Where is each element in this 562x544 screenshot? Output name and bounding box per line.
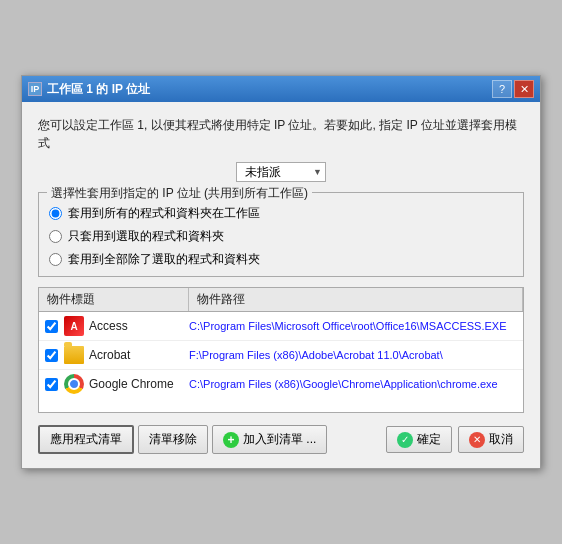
radio-label-3: 套用到全部除了選取的程式和資料夾 — [68, 251, 260, 268]
row-checkbox-1[interactable] — [39, 320, 63, 333]
radio-group-box: 選擇性套用到指定的 IP 位址 (共用到所有工作區) 套用到所有的程式和資料夾在… — [38, 192, 524, 277]
window-title: 工作區 1 的 IP 位址 — [47, 81, 150, 98]
row-path-acrobat: F:\Program Files (x86)\Adobe\Acrobat 11.… — [189, 349, 523, 361]
right-buttons: ✓ 確定 ✕ 取消 — [386, 426, 524, 453]
description-text: 您可以設定工作區 1, 以便其程式將使用特定 IP 位址。若要如此, 指定 IP… — [38, 116, 524, 152]
window-icon: IP — [28, 82, 42, 96]
title-bar-left: IP 工作區 1 的 IP 位址 — [28, 81, 150, 98]
checkbox-access[interactable] — [45, 320, 58, 333]
applications-table: 物件標題 物件路徑 A Access C:\Program Files\Micr… — [38, 287, 524, 413]
table-row: Google Chrome C:\Program Files (x86)\Goo… — [39, 370, 523, 398]
title-bar: IP 工作區 1 的 IP 位址 ? ✕ — [22, 76, 540, 102]
cancel-button[interactable]: ✕ 取消 — [458, 426, 524, 453]
radio-label-2: 只套用到選取的程式和資料夾 — [68, 228, 224, 245]
table-body: A Access C:\Program Files\Microsoft Offi… — [39, 312, 523, 412]
radio-label-1: 套用到所有的程式和資料夾在工作區 — [68, 205, 260, 222]
confirm-button[interactable]: ✓ 確定 — [386, 426, 452, 453]
close-button[interactable]: ✕ — [514, 80, 534, 98]
cancel-label: 取消 — [489, 431, 513, 448]
ip-mode-dropdown[interactable]: 未指派 自動 — [236, 162, 326, 182]
access-app-icon: A — [64, 316, 84, 336]
row-name-access: Access — [89, 319, 189, 333]
left-buttons: 應用程式清單 清單移除 + 加入到清單 ... — [38, 425, 327, 454]
dropdown-row: 未指派 自動 ▼ — [38, 162, 524, 182]
col-header-path: 物件路徑 — [189, 288, 523, 311]
confirm-icon: ✓ — [397, 432, 413, 448]
dropdown-wrapper: 未指派 自動 ▼ — [236, 162, 326, 182]
row-checkbox-2[interactable] — [39, 349, 63, 362]
row-checkbox-3[interactable] — [39, 378, 63, 391]
folder-app-icon — [64, 346, 84, 364]
col-header-title: 物件標題 — [39, 288, 189, 311]
radio-input-3[interactable] — [49, 253, 62, 266]
row-name-acrobat: Acrobat — [89, 348, 189, 362]
app-list-button[interactable]: 應用程式清單 — [38, 425, 134, 454]
row-path-access: C:\Program Files\Microsoft Office\root\O… — [189, 320, 523, 332]
radio-option-2[interactable]: 只套用到選取的程式和資料夾 — [49, 228, 513, 245]
access-icon: A — [63, 315, 85, 337]
remove-button[interactable]: 清單移除 — [138, 425, 208, 454]
add-icon: + — [223, 432, 239, 448]
title-buttons: ? ✕ — [492, 80, 534, 98]
radio-input-2[interactable] — [49, 230, 62, 243]
main-window: IP 工作區 1 的 IP 位址 ? ✕ 您可以設定工作區 1, 以便其程式將使… — [21, 75, 541, 469]
checkbox-chrome[interactable] — [45, 378, 58, 391]
chrome-icon — [63, 373, 85, 395]
radio-group: 套用到所有的程式和資料夾在工作區 只套用到選取的程式和資料夾 套用到全部除了選取… — [49, 205, 513, 268]
chrome-app-icon — [64, 374, 84, 394]
bottom-buttons: 應用程式清單 清單移除 + 加入到清單 ... ✓ 確定 ✕ 取消 — [38, 423, 524, 456]
cancel-icon: ✕ — [469, 432, 485, 448]
group-label: 選擇性套用到指定的 IP 位址 (共用到所有工作區) — [47, 185, 312, 202]
table-row: Acrobat F:\Program Files (x86)\Adobe\Acr… — [39, 341, 523, 370]
help-button[interactable]: ? — [492, 80, 512, 98]
row-name-chrome: Google Chrome — [89, 377, 189, 391]
radio-option-3[interactable]: 套用到全部除了選取的程式和資料夾 — [49, 251, 513, 268]
table-header: 物件標題 物件路徑 — [39, 288, 523, 312]
radio-option-1[interactable]: 套用到所有的程式和資料夾在工作區 — [49, 205, 513, 222]
row-path-chrome: C:\Program Files (x86)\Google\Chrome\App… — [189, 378, 523, 390]
confirm-label: 確定 — [417, 431, 441, 448]
content-area: 您可以設定工作區 1, 以便其程式將使用特定 IP 位址。若要如此, 指定 IP… — [22, 102, 540, 468]
add-label: 加入到清單 ... — [243, 431, 316, 448]
acrobat-icon — [63, 344, 85, 366]
add-button[interactable]: + 加入到清單 ... — [212, 425, 327, 454]
table-row: A Access C:\Program Files\Microsoft Offi… — [39, 312, 523, 341]
radio-input-1[interactable] — [49, 207, 62, 220]
checkbox-acrobat[interactable] — [45, 349, 58, 362]
